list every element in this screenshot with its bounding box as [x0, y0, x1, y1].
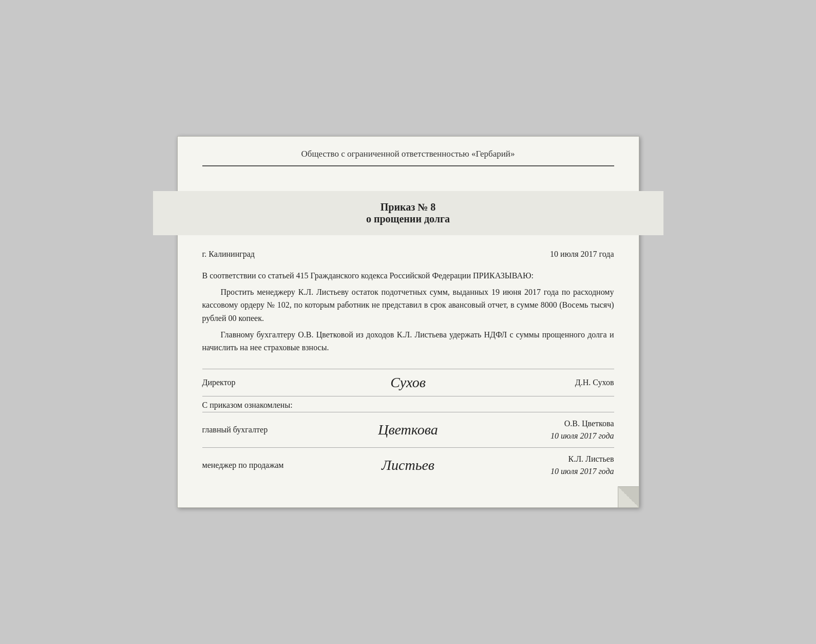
director-role: Директор: [202, 378, 315, 387]
chief-accountant-signature-script: Цветкова: [315, 422, 501, 438]
manager-signature-row: менеджер по продажам Листьев К.Л. Листье…: [202, 447, 614, 483]
director-signature-script: Сухов: [315, 374, 501, 391]
order-title-line1: Приказ № 8: [178, 201, 639, 213]
manager-role: менеджер по продажам: [202, 461, 315, 470]
manager-signature-script: Листьев: [315, 457, 501, 473]
city-date-line: г. Калининград 10 июля 2017 года: [202, 250, 614, 259]
body-paragraph2: Простить менеджеру К.Л. Листьеву остаток…: [202, 286, 614, 325]
body-text: В соответствии со статьей 415 Гражданско…: [202, 269, 614, 354]
header-section: Общество с ограниченной ответственностью…: [202, 149, 614, 166]
director-name: Д.Н. Сухов: [501, 378, 614, 387]
acquainted-label: С приказом ознакомлены:: [202, 396, 614, 412]
city: г. Калининград: [202, 250, 255, 259]
title-section: Приказ № 8 о прощении долга: [153, 191, 663, 235]
body-paragraph1: В соответствии со статьей 415 Гражданско…: [202, 269, 614, 282]
chief-accountant-signature-row: главный бухгалтер Цветкова О.В. Цветкова…: [202, 412, 614, 447]
document: Общество с ограниченной ответственностью…: [177, 136, 639, 508]
date: 10 июля 2017 года: [550, 250, 614, 259]
body-paragraph3: Главному бухгалтеру О.В. Цветковой из до…: [202, 328, 614, 354]
chief-accountant-role: главный бухгалтер: [202, 425, 315, 434]
signature-section: Директор Сухов Д.Н. Сухов С приказом озн…: [202, 369, 614, 483]
director-signature-row: Директор Сухов Д.Н. Сухов: [202, 369, 614, 396]
company-name: Общество с ограниченной ответственностью…: [301, 149, 515, 159]
chief-accountant-name: О.В. Цветкова 10 июля 2017 года: [501, 418, 614, 442]
order-title-line2: о прощении долга: [178, 213, 639, 225]
manager-name: К.Л. Листьев 10 июля 2017 года: [501, 453, 614, 478]
